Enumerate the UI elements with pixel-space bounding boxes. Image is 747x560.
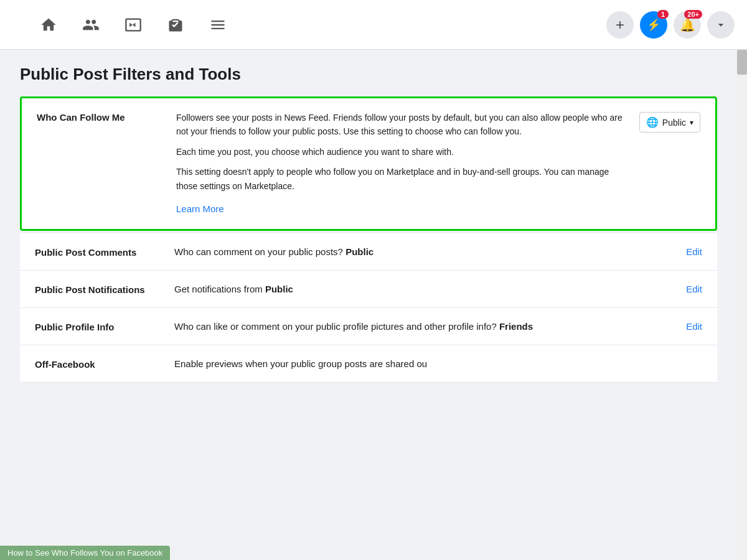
public-post-comments-row: Public Post Comments Who can comment on … bbox=[20, 233, 717, 271]
notifications-desc: Get notifications from Public bbox=[174, 284, 671, 294]
follow-me-para-2: Each time you post, you choose which aud… bbox=[176, 145, 624, 159]
watch-icon[interactable] bbox=[122, 14, 144, 36]
navbar: + ⚡ 1 🔔 20+ bbox=[0, 0, 747, 50]
dropdown-label: Public bbox=[662, 118, 686, 128]
follow-me-label: Who Can Follow Me bbox=[37, 111, 161, 123]
marketplace-icon[interactable] bbox=[164, 14, 187, 36]
messenger-button[interactable]: ⚡ 1 bbox=[640, 11, 667, 39]
public-post-notifications-row: Public Post Notifications Get notificati… bbox=[20, 271, 717, 308]
comments-edit-link[interactable]: Edit bbox=[686, 246, 702, 257]
page-title: Public Post Filters and Tools bbox=[20, 65, 717, 84]
follow-me-action: 🌐 Public ▾ bbox=[639, 111, 700, 133]
comments-value: Public bbox=[345, 246, 374, 257]
off-facebook-label: Off-Facebook bbox=[35, 358, 159, 370]
friends-icon[interactable] bbox=[80, 14, 102, 36]
profile-info-value: Friends bbox=[499, 321, 533, 332]
follow-me-content: Followers see your posts in News Feed. F… bbox=[176, 111, 624, 217]
off-facebook-desc: Enable previews when your public group p… bbox=[174, 358, 702, 369]
nav-right-icons: + ⚡ 1 🔔 20+ bbox=[606, 11, 735, 39]
scrollbar[interactable] bbox=[737, 50, 747, 560]
notifications-button[interactable]: 🔔 20+ bbox=[674, 11, 701, 39]
follow-me-para-1: Followers see your posts in News Feed. F… bbox=[176, 111, 624, 139]
notifications-label: Public Post Notifications bbox=[35, 283, 159, 295]
profile-info-desc: Who can like or comment on your public p… bbox=[174, 321, 671, 332]
chevron-down-icon: ▾ bbox=[690, 118, 693, 127]
messenger-badge: 1 bbox=[657, 10, 669, 19]
profile-info-edit-link[interactable]: Edit bbox=[686, 321, 702, 332]
nav-left-icons bbox=[37, 14, 229, 36]
notifications-badge: 20+ bbox=[684, 10, 702, 19]
home-icon[interactable] bbox=[37, 14, 60, 36]
comments-label: Public Post Comments bbox=[35, 246, 159, 258]
learn-more-link[interactable]: Learn More bbox=[176, 202, 224, 217]
menu-icon[interactable] bbox=[207, 14, 229, 36]
notifications-value: Public bbox=[265, 284, 293, 294]
add-button[interactable]: + bbox=[606, 11, 634, 39]
wikihow-label: How to See Who Follows You on Facebook bbox=[7, 548, 162, 558]
off-facebook-row: Off-Facebook Enable previews when your p… bbox=[20, 345, 717, 383]
public-profile-info-row: Public Profile Info Who can like or comm… bbox=[20, 308, 717, 345]
follow-me-para-3: This setting doesn't apply to people who… bbox=[176, 165, 624, 193]
notifications-edit-link[interactable]: Edit bbox=[686, 284, 702, 294]
account-button[interactable] bbox=[707, 11, 735, 39]
wikihow-badge: How to See Who Follows You on Facebook bbox=[0, 546, 170, 560]
main-content: Public Post Filters and Tools Who Can Fo… bbox=[0, 50, 737, 560]
public-dropdown[interactable]: 🌐 Public ▾ bbox=[639, 112, 700, 133]
comments-desc: Who can comment on your public posts? Pu… bbox=[174, 246, 671, 257]
globe-icon: 🌐 bbox=[646, 116, 659, 128]
scrollbar-thumb[interactable] bbox=[737, 50, 747, 75]
who-can-follow-me-row: Who Can Follow Me Followers see your pos… bbox=[20, 96, 717, 231]
profile-info-label: Public Profile Info bbox=[35, 320, 159, 332]
